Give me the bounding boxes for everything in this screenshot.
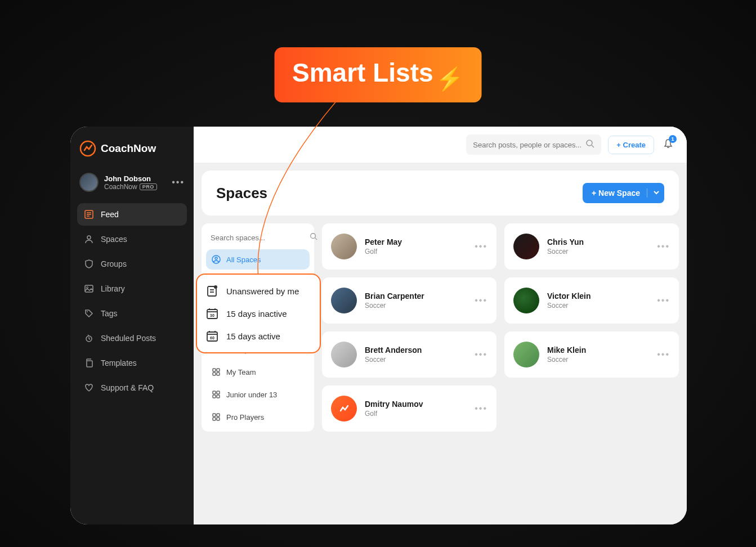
search-icon: [585, 139, 594, 150]
card-menu-button[interactable]: •••: [657, 349, 670, 360]
card-menu-button[interactable]: •••: [657, 241, 670, 252]
nav-label: Sheduled Posts: [101, 334, 156, 343]
new-space-label: + New Space: [592, 189, 640, 198]
grid-icon: [212, 413, 221, 422]
nav-item-library[interactable]: Library: [77, 277, 187, 300]
avatar: [513, 288, 539, 313]
nav-label: Library: [101, 284, 125, 293]
smart-list-label: Unanswered by me: [226, 286, 299, 296]
card-menu-button[interactable]: •••: [475, 241, 487, 252]
nav: Feed Spaces Groups Library Tags Sheduled…: [77, 203, 187, 399]
card-name: Brett Anderson: [365, 346, 467, 355]
promo-text: Smart Lists: [292, 58, 433, 87]
svg-rect-42: [217, 414, 220, 416]
svg-point-5: [87, 236, 91, 239]
user-row: John Dobson CoachNow PRO •••: [77, 171, 187, 203]
filter-pro-players[interactable]: Pro Players: [206, 407, 310, 427]
sidebar: CoachNow John Dobson CoachNow PRO ••• Fe…: [70, 127, 194, 524]
card-sport: Soccer: [365, 356, 467, 364]
space-card[interactable]: Dmitry Naumov Golf •••: [322, 385, 496, 432]
svg-text:60: 60: [210, 336, 214, 340]
svg-text:30: 30: [210, 313, 214, 317]
svg-line-15: [592, 145, 594, 147]
calendar-30-icon: 30: [206, 307, 218, 320]
heart-icon: [84, 383, 94, 393]
filter-my-team[interactable]: My Team: [206, 362, 310, 382]
user-subtitle: CoachNow PRO: [104, 183, 166, 191]
grid-icon: [212, 367, 221, 376]
card-name: Victor Klein: [547, 292, 649, 301]
person-icon: [84, 234, 94, 244]
space-card[interactable]: Victor Klein Soccer •••: [504, 277, 679, 324]
card-menu-button[interactable]: •••: [475, 349, 487, 360]
create-button[interactable]: + Create: [608, 136, 654, 154]
card-sport: Soccer: [365, 302, 467, 310]
space-card[interactable]: Chris Yun Soccer •••: [504, 223, 679, 270]
bolt-emoji: ⚡: [436, 66, 464, 91]
tag-icon: [84, 308, 94, 319]
avatar: [513, 234, 539, 259]
space-card[interactable]: Mike Klein Soccer •••: [504, 331, 679, 378]
card-name: Brian Carpenter: [365, 292, 467, 301]
svg-rect-36: [217, 373, 220, 375]
card-name: Chris Yun: [547, 237, 649, 246]
avatar: [331, 396, 357, 422]
svg-point-20: [215, 257, 217, 259]
svg-rect-44: [217, 418, 220, 420]
card-sport: Soccer: [547, 356, 649, 364]
brand-name: CoachNow: [101, 142, 156, 155]
filter-label: My Team: [226, 368, 256, 376]
avatar: [513, 342, 539, 367]
user-avatar[interactable]: [79, 173, 99, 192]
filter-junior[interactable]: Junior under 13: [206, 384, 310, 405]
search-input[interactable]: [473, 141, 581, 149]
shield-icon: [84, 259, 94, 269]
smart-list-inactive[interactable]: 30 15 days inactive: [203, 306, 314, 321]
grid-icon: [212, 390, 221, 399]
nav-item-groups[interactable]: Groups: [77, 253, 187, 275]
svg-point-7: [87, 287, 88, 289]
user-info: John Dobson CoachNow PRO: [104, 174, 166, 191]
nav-label: Support & FAQ: [101, 383, 154, 392]
notifications-button[interactable]: 1: [661, 136, 676, 153]
clock-icon: [84, 333, 94, 343]
card-menu-button[interactable]: •••: [475, 295, 487, 306]
card-name: Peter May: [365, 237, 467, 246]
nav-item-spaces[interactable]: Spaces: [77, 228, 187, 250]
smart-list-active[interactable]: 60 15 days active: [203, 329, 314, 343]
nav-item-templates[interactable]: Templates: [77, 352, 187, 374]
promo-badge: Smart Lists ⚡: [274, 47, 482, 102]
filter-label: Junior under 13: [226, 391, 277, 399]
nav-item-scheduled[interactable]: Sheduled Posts: [77, 327, 187, 349]
nav-label: Spaces: [101, 235, 127, 244]
chevron-down-icon[interactable]: [647, 189, 660, 198]
smart-list-label: 15 days active: [226, 331, 280, 341]
nav-item-tags[interactable]: Tags: [77, 302, 187, 325]
card-sport: Soccer: [547, 248, 649, 255]
nav-item-feed[interactable]: Feed: [77, 203, 187, 226]
nav-label: Tags: [101, 309, 118, 318]
new-space-button[interactable]: + New Space: [583, 183, 664, 203]
brand[interactable]: CoachNow: [77, 140, 187, 171]
nav-label: Templates: [101, 358, 137, 367]
user-name: John Dobson: [104, 174, 166, 183]
smart-list-label: 15 days inactive: [226, 309, 287, 319]
card-menu-button[interactable]: •••: [475, 403, 487, 414]
svg-rect-39: [213, 395, 216, 398]
card-name: Dmitry Naumov: [365, 400, 467, 409]
person-circle-icon: [212, 255, 221, 264]
brand-icon: [79, 140, 96, 157]
card-name: Mike Klein: [547, 346, 649, 355]
smart-list-unanswered[interactable]: Unanswered by me: [203, 284, 314, 298]
global-search[interactable]: [466, 134, 601, 155]
card-menu-button[interactable]: •••: [657, 295, 670, 306]
notifications-badge: 1: [669, 135, 677, 143]
smart-lists-overlay: Unanswered by me 30 15 days inactive 60 …: [196, 274, 321, 353]
svg-rect-43: [213, 418, 216, 420]
svg-rect-41: [213, 414, 216, 416]
nav-label: Groups: [101, 259, 127, 268]
user-menu-button[interactable]: •••: [172, 177, 185, 187]
copy-icon: [84, 358, 94, 368]
nav-item-support[interactable]: Support & FAQ: [77, 376, 187, 399]
svg-rect-38: [217, 391, 220, 394]
